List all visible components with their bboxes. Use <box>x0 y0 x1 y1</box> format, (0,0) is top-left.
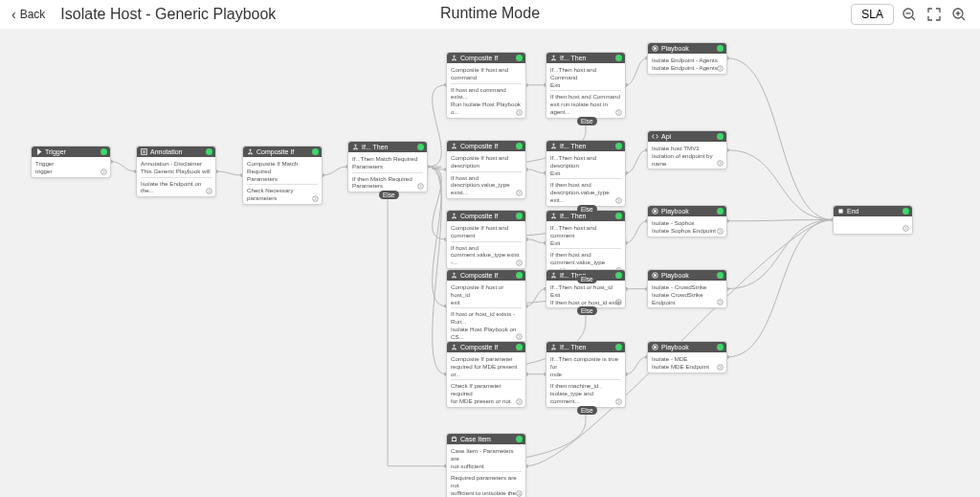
node-expand-icon[interactable] <box>717 299 724 305</box>
svg-point-129 <box>553 345 554 346</box>
svg-marker-47 <box>37 148 41 155</box>
zoom-out-icon[interactable] <box>900 5 919 24</box>
node-expand-icon[interactable] <box>417 183 424 190</box>
node-expand-icon[interactable] <box>100 169 107 175</box>
node-type-label: Playbook <box>661 272 689 279</box>
node-header: Composite If <box>243 147 322 157</box>
svg-point-119 <box>616 300 622 305</box>
node-if_5[interactable]: If... ThenIf...Then composite is true fo… <box>546 341 626 408</box>
status-dot-icon <box>615 272 622 279</box>
node-cif_5[interactable]: Composite IfComposite If parameterrequir… <box>446 341 526 408</box>
node-cif_3[interactable]: Composite IfComposite If host andcomment… <box>446 210 526 269</box>
node-pb_1[interactable]: PlaybookIsolate Endpoint - AgentsIsolate… <box>647 42 727 75</box>
svg-point-80 <box>454 144 455 145</box>
flow-canvas[interactable]: TriggerTriggertriggerAnnotationAnnotatio… <box>0 29 980 497</box>
node-type-label: Api <box>661 133 671 140</box>
node-if_3[interactable]: If... ThenIf...Then host and commentExit… <box>546 210 626 277</box>
svg-point-126 <box>453 349 454 350</box>
node-expand-icon[interactable] <box>717 160 724 167</box>
node-type-label: Playbook <box>661 45 689 52</box>
node-expand-icon[interactable] <box>312 195 319 202</box>
svg-point-62 <box>354 148 355 149</box>
node-expand-icon[interactable] <box>516 260 523 266</box>
svg-point-114 <box>553 273 554 274</box>
node-api[interactable]: ApiIsolate host TMV1Isolation of endpoin… <box>647 130 727 169</box>
node-cif_2[interactable]: Composite IfComposite If host anddescrip… <box>446 140 526 199</box>
zoom-in-icon[interactable] <box>949 5 969 24</box>
svg-point-143 <box>903 226 909 232</box>
status-dot-icon <box>615 143 622 149</box>
playbook-icon <box>652 45 658 52</box>
back-arrow-icon: ‹ <box>11 7 16 22</box>
svg-point-108 <box>454 273 455 274</box>
else-label: Else <box>379 191 399 199</box>
node-end[interactable]: End <box>833 205 913 235</box>
node-expand-icon[interactable] <box>516 398 523 405</box>
status-dot-icon <box>717 133 724 140</box>
node-pb_4[interactable]: PlaybookIsolate - CrowdStrikeIsolate Cro… <box>647 269 727 308</box>
node-expand-icon[interactable] <box>615 109 622 116</box>
fit-screen-icon[interactable] <box>924 5 944 24</box>
node-expand-icon[interactable] <box>615 398 622 405</box>
status-dot-icon <box>417 144 424 150</box>
node-header: Composite If <box>447 141 525 151</box>
node-cif_1[interactable]: Composite IfComposite If host andcommand… <box>446 52 526 119</box>
api-icon <box>652 133 658 140</box>
svg-point-90 <box>554 147 555 148</box>
sla-button[interactable]: SLA <box>851 4 894 25</box>
node-expand-icon[interactable] <box>206 188 212 194</box>
svg-point-74 <box>552 59 553 60</box>
node-cif_main[interactable]: Composite IfComposite If Match RequiredP… <box>242 146 323 205</box>
node-header: If... Then <box>546 342 625 352</box>
svg-line-1 <box>912 17 915 20</box>
if-then-icon <box>550 272 557 279</box>
node-body <box>834 216 912 234</box>
node-caseitem[interactable]: Case ItemCase Item - Parameters arenot s… <box>446 433 526 497</box>
node-expand-icon[interactable] <box>902 225 909 232</box>
svg-point-57 <box>251 153 252 154</box>
svg-point-107 <box>718 228 724 234</box>
node-trigger[interactable]: TriggerTriggertrigger <box>31 146 111 178</box>
node-type-label: Composite If <box>460 55 498 61</box>
svg-marker-136 <box>655 346 657 349</box>
node-expand-icon[interactable] <box>516 490 523 497</box>
svg-point-118 <box>554 277 555 278</box>
if-then-icon <box>550 344 557 350</box>
node-body: Isolate - MDEIsolate MDE Endpoint <box>648 352 726 373</box>
svg-point-56 <box>249 153 250 154</box>
back-button[interactable]: ‹ Back <box>11 7 45 22</box>
if-then-icon <box>550 213 557 219</box>
node-cif_4[interactable]: Composite IfComposite If host or host_id… <box>446 269 526 343</box>
node-pb_5[interactable]: PlaybookIsolate - MDEIsolate MDE Endpoin… <box>647 341 727 373</box>
node-pb_3[interactable]: PlaybookIsolate - SophosIsolate Sophos E… <box>647 205 727 237</box>
svg-point-63 <box>356 148 357 149</box>
node-body: Composite If Match RequiredParametersChe… <box>243 157 322 204</box>
svg-point-79 <box>718 65 724 71</box>
node-if_1[interactable]: If... ThenIf...Then host and CommandExit… <box>546 52 626 119</box>
svg-marker-121 <box>655 274 657 277</box>
if-then-icon <box>550 143 557 149</box>
svg-point-48 <box>101 169 107 174</box>
node-body: If...Then host and commentExitIf then ho… <box>546 221 625 276</box>
node-if_2[interactable]: If... ThenIf...Then host and description… <box>546 140 626 207</box>
node-body: Annotation - DisclaimerThis Generic Play… <box>137 157 215 196</box>
node-header: If... Then <box>348 142 427 152</box>
node-header: Playbook <box>648 43 726 54</box>
end-icon <box>837 208 844 215</box>
node-header: Playbook <box>648 206 726 216</box>
node-expand-icon[interactable] <box>516 109 523 116</box>
node-expand-icon[interactable] <box>615 299 622 305</box>
node-expand-icon[interactable] <box>717 65 724 72</box>
node-body: If...Then Match RequiredParametersIf the… <box>348 152 427 192</box>
node-type-label: Playbook <box>661 208 689 215</box>
node-expand-icon[interactable] <box>615 197 622 204</box>
node-expand-icon[interactable] <box>717 228 724 235</box>
node-annot[interactable]: AnnotationAnnotation - DisclaimerThis Ge… <box>136 146 216 197</box>
node-expand-icon[interactable] <box>516 333 523 340</box>
node-expand-icon[interactable] <box>717 364 724 371</box>
node-body: If...Then host or host_id ExitIf then ho… <box>546 281 625 307</box>
playbook-icon <box>652 208 658 215</box>
status-dot-icon <box>516 436 523 442</box>
node-if_main[interactable]: If... ThenIf...Then Match RequiredParame… <box>347 141 428 192</box>
node-expand-icon[interactable] <box>516 190 523 196</box>
